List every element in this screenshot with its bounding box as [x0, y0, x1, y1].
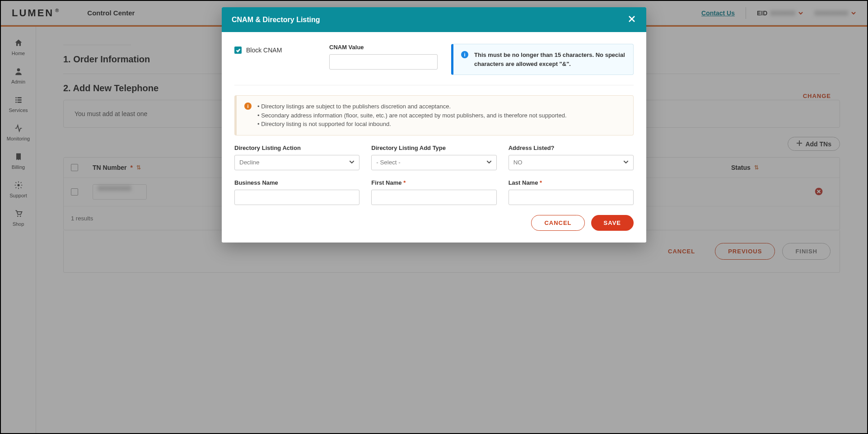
dir-action-value[interactable] [234, 155, 359, 170]
modal-cancel-button[interactable]: CANCEL [531, 215, 584, 231]
modal-header: CNAM & Directory Listing [222, 7, 646, 32]
app-root: LUMEN ® Control Center Contact Us EID XX… [0, 0, 868, 434]
block-cnam-checkbox[interactable]: Block CNAM [234, 44, 316, 54]
dir-bullet-3: Directory listing is not supported for l… [257, 120, 567, 129]
first-name-label: First Name * [371, 179, 496, 186]
dir-addtype-value[interactable] [371, 155, 496, 170]
dir-bullet-2: Secondary address information (floor, su… [257, 111, 567, 120]
field-business-name: Business Name [234, 179, 359, 205]
cnam-value-label: CNAM Value [329, 44, 438, 51]
cnam-modal: CNAM & Directory Listing Block CNAM CNAM… [222, 7, 646, 243]
block-cnam-label: Block CNAM [246, 47, 282, 54]
cnam-value-input[interactable] [329, 54, 438, 70]
dir-action-select[interactable] [234, 155, 359, 170]
directory-form: Directory Listing Action Directory Listi… [234, 145, 634, 205]
modal-body: Block CNAM CNAM Value i This must be no … [222, 32, 646, 243]
info-callout-cnam: i This must be no longer than 15 charact… [451, 44, 634, 75]
chevron-down-icon [349, 159, 355, 166]
dir-bullet-1: Directory listings are subject to the pu… [257, 102, 567, 111]
addr-listed-select[interactable] [509, 155, 634, 170]
business-name-input[interactable] [234, 190, 359, 205]
checkbox-checked-icon [234, 47, 242, 54]
field-last-name: Last Name * [509, 179, 634, 205]
info-callout-directory: i Directory listings are subject to the … [234, 95, 634, 135]
svg-text:i: i [464, 52, 465, 57]
field-addr-listed: Address Listed? [509, 145, 634, 170]
modal-divider [234, 85, 634, 85]
first-name-input[interactable] [371, 190, 496, 205]
dir-action-label: Directory Listing Action [234, 145, 359, 151]
field-dir-addtype: Directory Listing Add Type [371, 145, 496, 170]
info-text: This must be no longer than 15 character… [474, 51, 626, 68]
modal-actions: CANCEL SAVE [234, 215, 634, 231]
last-name-label: Last Name * [509, 179, 634, 186]
field-first-name: First Name * [371, 179, 496, 205]
addr-listed-value[interactable] [509, 155, 634, 170]
cnam-value-field: CNAM Value [329, 44, 438, 70]
chevron-down-icon [486, 159, 492, 166]
business-name-label: Business Name [234, 179, 359, 186]
dir-addtype-label: Directory Listing Add Type [371, 145, 496, 151]
chevron-down-icon [623, 159, 629, 166]
info-icon: i [461, 51, 469, 59]
modal-save-button[interactable]: SAVE [591, 215, 634, 231]
close-modal-button[interactable] [627, 14, 636, 25]
modal-row-1: Block CNAM CNAM Value i This must be no … [234, 44, 634, 75]
field-dir-action: Directory Listing Action [234, 145, 359, 170]
addr-listed-label: Address Listed? [509, 145, 634, 151]
modal-title: CNAM & Directory Listing [232, 16, 320, 24]
directory-info-text: Directory listings are subject to the pu… [257, 102, 567, 129]
svg-text:i: i [247, 103, 248, 109]
info-icon: i [244, 102, 252, 110]
dir-addtype-select[interactable] [371, 155, 496, 170]
last-name-input[interactable] [509, 190, 634, 205]
